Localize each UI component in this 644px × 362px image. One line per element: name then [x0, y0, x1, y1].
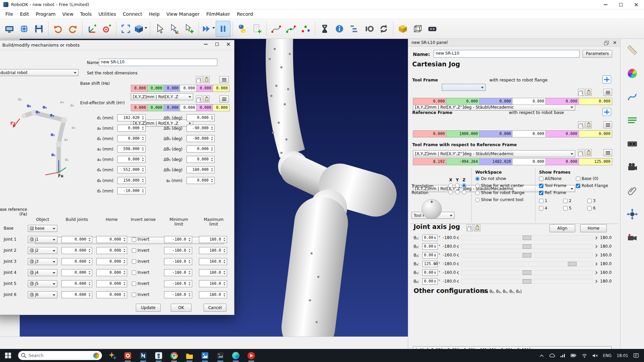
joint5-build-input[interactable]: 0.000 — [61, 280, 92, 287]
add-path-button[interactable] — [283, 21, 298, 37]
ref-pose-copy-button[interactable] — [578, 121, 584, 128]
markup-tool-button[interactable] — [625, 113, 640, 127]
home-button[interactable]: Home — [580, 224, 607, 232]
dtheta4-input[interactable]: 0.000 — [186, 145, 215, 153]
taskbar-app-image-viewer[interactable] — [213, 349, 228, 362]
pose-ry-value[interactable]: 0.000 — [545, 159, 579, 165]
joint5-object-select[interactable]: j5 — [28, 280, 57, 287]
frames-ref-frame-checkbox[interactable]: Ref. Frame — [539, 190, 566, 195]
spline-tool-button[interactable] — [625, 90, 640, 104]
taskbar-app-edge[interactable] — [228, 349, 244, 362]
dialog-minimize-button[interactable] — [200, 40, 211, 48]
joint4-object-select[interactable]: j4 — [28, 269, 57, 276]
radio-input[interactable] — [475, 198, 480, 202]
export-simulation-button[interactable] — [395, 21, 410, 37]
menu-filmmaker[interactable]: FilmMaker — [203, 10, 233, 18]
add-reference-frame-button[interactable] — [85, 21, 99, 37]
frames-tool-frame-checkbox[interactable]: Tool Frame — [539, 183, 567, 188]
joint6-build-input[interactable]: 0.000 — [61, 291, 92, 298]
slider-handle[interactable] — [523, 244, 531, 249]
joint6-value-input[interactable]: 0.00 — [422, 278, 438, 285]
frames-3-checkbox[interactable]: 3 — [587, 198, 596, 203]
add-points-button[interactable] — [298, 21, 313, 37]
panel-titlebar[interactable]: new SR-L10 panel — [408, 39, 620, 47]
window-minimize-button[interactable] — [598, 0, 613, 9]
joint3-min-input[interactable]: -160.0 — [164, 258, 192, 265]
pause-simulation-button[interactable] — [216, 21, 230, 37]
joint2-invert-checkbox[interactable]: Invert — [132, 248, 155, 253]
pose-ry-value[interactable]: 0.000 — [196, 85, 213, 92]
frames-robot-flange-checkbox[interactable]: Robot Flange — [576, 183, 608, 188]
joint4-slider[interactable] — [461, 261, 593, 266]
radio-input[interactable] — [475, 177, 480, 181]
taskbar-app-robodk[interactable] — [151, 349, 166, 362]
pose-x-value[interactable]: 0.000 — [131, 85, 147, 92]
pose-x-value[interactable]: 8.192 — [413, 159, 446, 165]
python-script-button[interactable] — [235, 21, 250, 37]
joint2-build-input[interactable]: 0.000 — [61, 247, 92, 254]
io-status-button[interactable] — [362, 21, 376, 37]
invert-checkbox-input[interactable] — [132, 259, 136, 264]
toolref-pose-menu-button[interactable] — [603, 149, 612, 156]
reference-box-button[interactable] — [410, 21, 425, 37]
joint6-max-input[interactable]: 180.0 — [199, 291, 227, 298]
jog-plus-icon[interactable] — [594, 280, 598, 283]
open-station-button[interactable] — [2, 21, 17, 37]
d5-input[interactable]: -10.000 — [117, 187, 146, 194]
a2-input[interactable]: 0.000 — [117, 125, 146, 132]
ref-pose-menu-button[interactable] — [603, 121, 612, 128]
dtheta3-input[interactable]: -90.000 — [186, 135, 215, 142]
checkbox-input[interactable] — [539, 206, 543, 210]
joint4-home-input[interactable]: 0.000 — [96, 269, 127, 276]
base-shift-format-select[interactable]: [X,Y,Z]mm | Rot[X,Y ,Z — [131, 93, 193, 100]
pose-z-value[interactable]: 0.000 — [479, 98, 513, 105]
start-button[interactable] — [0, 349, 16, 362]
network-icon[interactable] — [560, 353, 566, 358]
pose-x-value[interactable]: 0.000 — [413, 131, 446, 137]
pose-y-value[interactable]: 1000.000 — [446, 131, 479, 137]
measure-tool-button[interactable] — [625, 43, 640, 57]
dtheta5-input[interactable]: 0.000 — [186, 156, 215, 163]
menu-record[interactable]: Record — [233, 10, 256, 18]
joint3-build-input[interactable]: 0.000 — [61, 258, 92, 265]
slow-simulation-button[interactable] — [317, 21, 332, 37]
station-tree-button[interactable] — [347, 21, 362, 37]
panel-name-input[interactable]: new SR-L10 — [434, 50, 580, 58]
tool-pose-paste-button[interactable] — [585, 89, 592, 96]
workspace-do-not-show-radio[interactable]: Do not show — [475, 176, 506, 181]
add-target-button[interactable] — [99, 21, 114, 37]
search-box[interactable]: Search — [18, 351, 102, 360]
rotation-z-radio[interactable] — [462, 190, 466, 194]
d4-input[interactable]: 552.000 — [117, 166, 146, 173]
menu-utilities[interactable]: Utilities — [95, 10, 119, 18]
joint1-value-input[interactable]: 0.00 — [422, 235, 438, 241]
base-shift-menu-button[interactable] — [219, 76, 229, 83]
panel-close-button[interactable] — [611, 40, 619, 46]
d6-input[interactable]: 150.000 — [117, 177, 146, 184]
clock[interactable]: 18:01 — [616, 353, 628, 358]
joint1-home-input[interactable]: 0.000 — [96, 236, 127, 243]
cloud-icon[interactable] — [549, 353, 555, 358]
pose-y-value[interactable]: 0.000 — [147, 85, 164, 92]
add-tool-button[interactable] — [602, 75, 611, 83]
joint1-object-select[interactable]: j1 — [28, 236, 57, 243]
checkbox-input[interactable] — [576, 177, 580, 181]
joint1-slider[interactable] — [461, 235, 593, 240]
add-program-button[interactable] — [250, 21, 264, 37]
pose-rx-value[interactable]: 0.000 — [512, 98, 545, 105]
jog-plus-icon[interactable] — [594, 271, 598, 275]
select-cursor-button[interactable] — [152, 21, 167, 37]
joints-paste-button[interactable] — [474, 224, 480, 231]
ee-shift-paste-button[interactable] — [203, 96, 210, 103]
checkbox-input[interactable] — [539, 177, 543, 181]
checkbox-input[interactable] — [576, 184, 580, 188]
volume-mute-icon[interactable] — [592, 353, 598, 358]
translation-y-radio[interactable] — [455, 183, 460, 188]
action-center-icon[interactable] — [633, 353, 639, 358]
move-object-cursor-button[interactable] — [182, 21, 197, 37]
joint5-value-input[interactable]: 0.00 — [422, 269, 438, 276]
robot-name-input[interactable]: new SR-L10 — [99, 59, 217, 66]
d1-input[interactable]: 182.020 — [117, 114, 146, 121]
joint6-invert-checkbox[interactable]: Invert — [132, 292, 155, 297]
undo-button[interactable] — [51, 21, 65, 37]
